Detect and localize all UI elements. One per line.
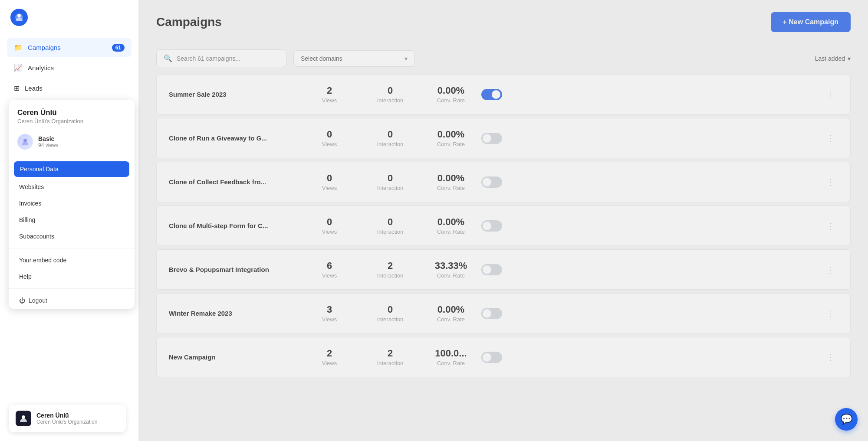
campaign-interaction: 0 Interaction (360, 129, 421, 147)
more-options-button[interactable]: ⋮ (822, 219, 838, 233)
subaccounts-item[interactable]: Subaccounts (9, 228, 135, 245)
dropdown-user-org: Ceren Ünlü's Organization (17, 118, 126, 124)
svg-point-3 (22, 415, 25, 419)
sidebar-item-leads[interactable]: ⊞ Leads (7, 79, 132, 98)
views-value: 2 (327, 85, 332, 96)
campaign-toggle[interactable] (481, 176, 507, 188)
svg-point-1 (17, 14, 21, 17)
toggle-knob (492, 90, 500, 99)
domain-placeholder: Select domains (301, 55, 342, 62)
websites-item[interactable]: Websites (9, 179, 135, 195)
search-box[interactable]: 🔍 (156, 49, 286, 67)
logout-icon: ⏻ (19, 297, 25, 304)
toggle-switch[interactable] (481, 308, 502, 319)
toggle-switch[interactable] (481, 352, 502, 363)
more-options-button[interactable]: ⋮ (822, 131, 838, 145)
campaign-interaction: 2 Interaction (360, 260, 421, 279)
interaction-value: 0 (388, 173, 393, 184)
views-label: Views (322, 229, 337, 235)
toggle-knob (483, 134, 491, 143)
sidebar-item-analytics[interactable]: 📈 Analytics (7, 59, 132, 77)
interaction-label: Interaction (377, 272, 404, 279)
conv-rate-label: Conv. Rate (437, 97, 465, 104)
campaign-row: Winter Remake 2023 3 Views 0 Interaction… (156, 293, 851, 333)
conv-rate-label: Conv. Rate (437, 229, 465, 235)
interaction-value: 0 (388, 129, 393, 140)
app-logo[interactable] (10, 9, 28, 26)
conv-rate-value: 0.00% (437, 85, 464, 96)
campaign-row: Clone of Collect Feedback fro... 0 Views… (156, 162, 851, 202)
toggle-switch[interactable] (481, 264, 502, 275)
conv-rate-value: 0.00% (437, 129, 464, 140)
billing-item[interactable]: Billing (9, 212, 135, 228)
sidebar-analytics-label: Analytics (28, 64, 54, 72)
bottom-user-info: Ceren Ünlü Ceren Ünlü's Organization (36, 412, 97, 425)
chevron-down-icon: ▾ (404, 55, 408, 62)
campaign-toggle[interactable] (481, 264, 507, 275)
personal-data-item[interactable]: Personal Data (14, 161, 129, 177)
campaign-toggle[interactable] (481, 352, 507, 363)
campaigns-content: 🔍 Select domains ▾ Last added ▾ Summer S… (139, 41, 868, 441)
more-options-button[interactable]: ⋮ (822, 175, 838, 189)
campaign-views: 2 Views (299, 348, 360, 366)
campaigns-badge: 61 (112, 44, 125, 52)
campaign-views: 0 Views (299, 216, 360, 235)
chat-bubble[interactable]: 💬 (835, 408, 858, 431)
conv-rate-value: 33.33% (435, 260, 467, 271)
search-input[interactable] (177, 55, 279, 62)
campaign-toggle[interactable] (481, 220, 507, 232)
bottom-user-card[interactable]: Ceren Ünlü Ceren Ünlü's Organization (9, 405, 126, 432)
embed-code-item[interactable]: Your embed code (9, 252, 135, 268)
interaction-label: Interaction (377, 141, 404, 147)
interaction-label: Interaction (377, 316, 404, 323)
toggle-switch[interactable] (481, 220, 502, 232)
views-value: 0 (327, 173, 332, 184)
campaign-views: 0 Views (299, 129, 360, 147)
campaign-conv-rate: 0.00% Conv. Rate (421, 129, 481, 147)
plan-views: 94 views (38, 142, 59, 148)
campaign-row: Brevo & Popupsmart Integration 6 Views 2… (156, 249, 851, 290)
plan-name: Basic (38, 135, 59, 142)
views-label: Views (322, 316, 337, 323)
campaign-interaction: 0 Interaction (360, 85, 421, 104)
toggle-switch[interactable] (481, 89, 502, 100)
campaign-interaction: 2 Interaction (360, 348, 421, 366)
views-label: Views (322, 141, 337, 147)
new-campaign-button[interactable]: + New Campaign (771, 12, 851, 32)
sidebar-item-campaigns[interactable]: 📁 Campaigns 61 (7, 38, 132, 57)
interaction-label: Interaction (377, 229, 404, 235)
campaign-toggle[interactable] (481, 89, 507, 100)
conv-rate-value: 0.00% (437, 304, 464, 315)
sort-button[interactable]: Last added ▾ (815, 55, 851, 62)
toggle-knob (483, 265, 491, 274)
plan-row: Basic 94 views (9, 130, 135, 156)
invoices-item[interactable]: Invoices (9, 195, 135, 212)
more-options-button[interactable]: ⋮ (822, 307, 838, 320)
divider-3 (9, 288, 135, 289)
toggle-switch[interactable] (481, 176, 502, 188)
more-options-button[interactable]: ⋮ (822, 88, 838, 101)
more-options-button[interactable]: ⋮ (822, 350, 838, 364)
more-options-button[interactable]: ⋮ (822, 263, 838, 277)
user-dropdown-menu: Ceren Ünlü Ceren Ünlü's Organization Bas… (9, 100, 135, 309)
help-item[interactable]: Help (9, 268, 135, 285)
domain-select[interactable]: Select domains ▾ (293, 50, 415, 67)
bottom-user-name: Ceren Ünlü (36, 412, 97, 419)
interaction-value: 2 (388, 260, 393, 271)
toggle-knob (483, 222, 491, 230)
toggle-switch[interactable] (481, 133, 502, 144)
conv-rate-label: Conv. Rate (437, 141, 465, 147)
logout-item[interactable]: ⏻ Logout (9, 292, 135, 309)
logout-label: Logout (29, 297, 47, 304)
plan-info: Basic 94 views (38, 135, 59, 148)
views-value: 2 (327, 348, 332, 359)
campaign-toggle[interactable] (481, 133, 507, 144)
filters-row: 🔍 Select domains ▾ Last added ▾ (156, 41, 851, 74)
campaign-toggle[interactable] (481, 308, 507, 319)
campaign-conv-rate: 0.00% Conv. Rate (421, 85, 481, 104)
campaign-conv-rate: 100.0... Conv. Rate (421, 348, 481, 366)
views-value: 0 (327, 216, 332, 228)
conv-rate-label: Conv. Rate (437, 316, 465, 323)
campaign-name: Brevo & Popupsmart Integration (169, 266, 299, 273)
campaign-interaction: 0 Interaction (360, 173, 421, 191)
